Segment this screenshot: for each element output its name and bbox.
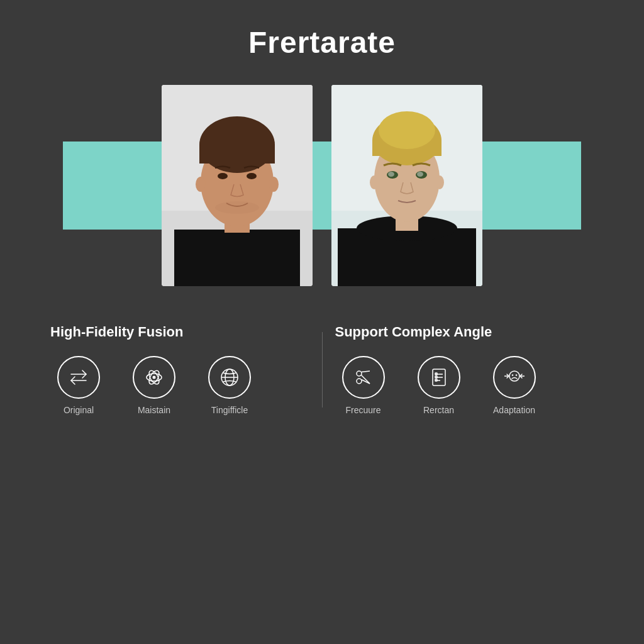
face-image-1	[162, 85, 313, 286]
svg-line-38	[361, 375, 370, 384]
feature-item-rerctan: Rerctan	[411, 356, 467, 415]
section-divider	[322, 332, 323, 408]
adaptation-label: Adaptation	[493, 405, 535, 415]
tingifficle-icon-circle	[208, 356, 251, 399]
feature-item-maistain: Maistain	[126, 356, 182, 415]
atom-icon	[143, 366, 165, 389]
svg-point-25	[417, 172, 423, 177]
feature-icons-row-2: Frecuure	[335, 356, 543, 415]
maistain-icon-circle	[133, 356, 175, 399]
feature-item-original: Original	[50, 356, 107, 415]
svg-point-40	[357, 379, 362, 384]
feature-icons-row-1: Original Maistain	[50, 356, 258, 415]
svg-point-51	[515, 374, 516, 375]
svg-rect-3	[174, 230, 300, 286]
svg-line-39	[361, 371, 370, 372]
frecuure-label: Frecuure	[345, 405, 380, 415]
face-images-row	[162, 85, 482, 286]
feature-item-adaptation: Adaptation	[486, 356, 543, 415]
feature-item-frecuure: Frecuure	[335, 356, 392, 415]
svg-point-12	[215, 201, 259, 214]
arrows-swap-icon	[67, 366, 90, 389]
feature-item-tingifficle: Tingifficle	[201, 356, 258, 415]
feature-group-high-fidelity: High-Fidelity Fusion Original	[50, 324, 309, 415]
face-image-2	[331, 85, 482, 286]
maistain-label: Maistain	[138, 405, 170, 415]
feature-group-1-title: High-Fidelity Fusion	[50, 324, 183, 340]
page-container: Frertarate	[0, 0, 644, 644]
adaptation-icon-circle	[493, 356, 536, 399]
scissors-icon	[352, 366, 375, 389]
tingifficle-label: Tingifficle	[211, 405, 248, 415]
svg-rect-7	[199, 145, 275, 164]
svg-point-21	[379, 111, 435, 149]
svg-point-33	[153, 376, 156, 379]
frecuure-icon-circle	[342, 356, 385, 399]
document-list-icon	[428, 366, 450, 389]
svg-point-24	[388, 172, 394, 177]
rerctan-icon-circle	[418, 356, 460, 399]
face-scan-icon	[503, 366, 526, 389]
original-label: Original	[64, 405, 94, 415]
svg-point-37	[357, 371, 362, 376]
globe-wire-icon	[218, 366, 241, 389]
svg-point-26	[370, 175, 379, 189]
svg-point-50	[511, 374, 513, 375]
svg-point-27	[435, 175, 444, 189]
feature-group-2-title: Support Complex Angle	[335, 324, 492, 340]
svg-point-8	[218, 173, 228, 179]
svg-point-11	[269, 177, 279, 192]
svg-point-10	[196, 177, 206, 192]
title-section: Frertarate	[38, 25, 606, 60]
svg-line-41	[361, 380, 370, 384]
svg-point-49	[509, 371, 519, 381]
page-title: Frertarate	[38, 25, 606, 60]
features-section: High-Fidelity Fusion Original	[38, 324, 606, 415]
feature-group-complex-angle: Support Complex Angle Frecuure	[335, 324, 594, 415]
svg-point-9	[247, 173, 257, 179]
images-section	[38, 85, 606, 286]
rerctan-label: Rerctan	[423, 405, 454, 415]
original-icon-circle	[57, 356, 100, 399]
